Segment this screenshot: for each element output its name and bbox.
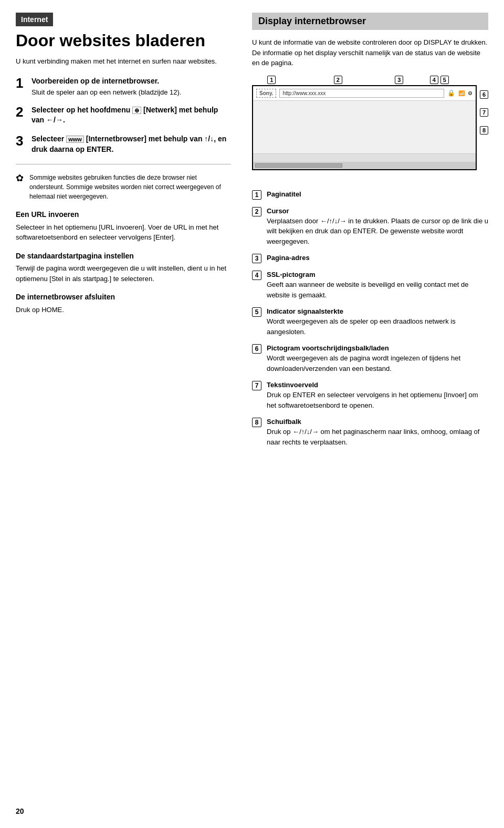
- page-number: 20: [16, 807, 24, 815]
- main-title: Door websites bladeren: [16, 32, 231, 50]
- step-1-number: 1: [16, 76, 27, 90]
- subsection-startpage-title: De standaardstartpagina instellen: [16, 251, 231, 262]
- desc-title-8: Schuifbalk: [267, 418, 488, 426]
- step-1-desc: Sluit de speler aan op een netwerk (blad…: [32, 87, 231, 98]
- diagram-num-8: 8: [480, 126, 488, 134]
- desc-content-3: Pagina-adres: [267, 254, 488, 263]
- browser-content-area: [253, 101, 476, 153]
- desc-item-7: 7 Tekstinvoerveld Druk op ENTER en selec…: [252, 381, 488, 410]
- step-3-title: Selecteer www [Internetbrowser] met behu…: [32, 134, 231, 154]
- diagram-num-1: 1: [267, 76, 276, 84]
- diagram-side-nums: 6 7 8: [480, 76, 488, 134]
- tip-box: ✿ Sommige websites gebruiken functies di…: [16, 173, 231, 201]
- signal-icon: 📶: [458, 90, 465, 96]
- subsection-url-title: Een URL invoeren: [16, 210, 231, 220]
- step-3-number: 3: [16, 134, 27, 148]
- desc-item-1: 1 Paginatitel: [252, 190, 488, 200]
- desc-item-4: 4 SSL-pictogram Geeft aan wanneer de web…: [252, 271, 488, 300]
- diagram-num-5: 5: [440, 76, 449, 84]
- desc-content-6: Pictogram voortschrijdingsbalk/laden Wor…: [267, 344, 488, 374]
- extra-icon: ⚙: [468, 90, 472, 96]
- subsection-url: Een URL invoeren Selecteer in het optiem…: [16, 210, 231, 243]
- left-column: Internet Door websites bladeren U kunt v…: [16, 13, 236, 815]
- desc-content-4: SSL-pictogram Geeft aan wanneer de websi…: [267, 271, 488, 300]
- diagram-num-6: 6: [480, 90, 488, 99]
- diagram-num-2: 2: [334, 76, 342, 84]
- desc-text-6: Wordt weergegeven als de pagina wordt in…: [267, 353, 488, 374]
- step-1-content: Voorbereiden op de internetbrowser. Slui…: [32, 76, 231, 98]
- desc-text-2: Verplaatsen door ←/↑/↓/→ in te drukken. …: [267, 216, 488, 247]
- desc-item-6: 6 Pictogram voortschrijdingsbalk/laden W…: [252, 344, 488, 374]
- subsection-url-text: Selecteer in het optiemenu [URL invoeren…: [16, 222, 231, 243]
- desc-num-7: 7: [252, 381, 261, 390]
- desc-title-2: Cursor: [267, 207, 488, 215]
- desc-text-5: Wordt weergegeven als de speler op een d…: [267, 316, 488, 337]
- desc-num-5: 5: [252, 307, 261, 317]
- step-2: 2 Selecteer op het hoofdmenu ⊕ [Netwerk]…: [16, 105, 231, 127]
- step-2-content: Selecteer op het hoofdmenu ⊕ [Netwerk] m…: [32, 105, 231, 127]
- desc-num-6: 6: [252, 344, 261, 354]
- desc-num-8: 8: [252, 418, 261, 427]
- browser-diagram-wrapper: 1 2 3 4 5 Sony. http://www.xxx.xxx 🔒: [252, 76, 488, 181]
- desc-content-5: Indicator signaalsterkte Wordt weergegev…: [267, 307, 488, 337]
- desc-content-7: Tekstinvoerveld Druk op ENTER en selecte…: [267, 381, 488, 410]
- internet-label: Internet: [16, 13, 53, 26]
- step-1: 1 Voorbereiden op de internetbrowser. Sl…: [16, 76, 231, 98]
- step-2-number: 2: [16, 105, 27, 119]
- desc-item-2: 2 Cursor Verplaatsen door ←/↑/↓/→ in te …: [252, 207, 488, 247]
- desc-title-4: SSL-pictogram: [267, 271, 488, 278]
- subsection-startpage: De standaardstartpagina instellen Terwij…: [16, 251, 231, 284]
- browser-text-input-bar: [253, 153, 476, 162]
- lock-icon: 🔒: [447, 89, 455, 97]
- desc-title-3: Pagina-adres: [267, 254, 488, 262]
- desc-title-7: Tekstinvoerveld: [267, 381, 488, 389]
- desc-content-2: Cursor Verplaatsen door ←/↑/↓/→ in te dr…: [267, 207, 488, 247]
- right-column: Display internetbrowser U kunt de inform…: [252, 13, 488, 815]
- desc-num-1: 1: [252, 190, 261, 200]
- desc-title-6: Pictogram voortschrijdingsbalk/laden: [267, 344, 488, 352]
- desc-content-1: Paginatitel: [267, 190, 488, 199]
- divider: [16, 164, 231, 164]
- browser-scrollbar-area: [253, 162, 476, 169]
- desc-text-7: Druk op ENTER en selecteer vervolgens in…: [267, 390, 488, 410]
- diagram-num-7: 7: [480, 108, 488, 117]
- step-3: 3 Selecteer www [Internetbrowser] met be…: [16, 134, 231, 156]
- tip-text: Sommige websites gebruiken functies die …: [29, 173, 231, 201]
- desc-item-8: 8 Schuifbalk Druk op ←/↑/↓/→ om het pagi…: [252, 418, 488, 447]
- desc-item-3: 3 Pagina-adres: [252, 254, 488, 263]
- browser-frame: Sony. http://www.xxx.xxx 🔒 📶 ⚙: [252, 85, 477, 170]
- desc-title-1: Paginatitel: [267, 190, 488, 198]
- step-2-title: Selecteer op het hoofdmenu ⊕ [Netwerk] m…: [32, 105, 231, 126]
- desc-num-4: 4: [252, 271, 261, 280]
- step-3-content: Selecteer www [Internetbrowser] met behu…: [32, 134, 231, 156]
- diagram-num-3: 3: [395, 76, 403, 84]
- desc-text-4: Geeft aan wanneer de website is beveilig…: [267, 280, 488, 300]
- desc-num-3: 3: [252, 254, 261, 263]
- desc-title-5: Indicator signaalsterkte: [267, 307, 488, 315]
- display-intro: U kunt de informatie van de website cont…: [252, 37, 488, 68]
- diagram-num-4: 4: [430, 76, 438, 84]
- browser-logo: Sony.: [256, 89, 276, 98]
- display-title: Display internetbrowser: [252, 13, 488, 30]
- desc-item-5: 5 Indicator signaalsterkte Wordt weergeg…: [252, 307, 488, 337]
- desc-text-8: Druk op ←/↑/↓/→ om het paginascherm naar…: [267, 427, 488, 447]
- intro-text: U kunt verbinding maken met het internet…: [16, 56, 231, 67]
- desc-content-8: Schuifbalk Druk op ←/↑/↓/→ om het pagina…: [267, 418, 488, 447]
- browser-url: http://www.xxx.xxx: [279, 89, 444, 98]
- step-1-title: Voorbereiden op de internetbrowser.: [32, 76, 231, 87]
- subsection-close-text: Druk op HOME.: [16, 305, 231, 315]
- tip-icon: ✿: [16, 173, 25, 201]
- subsection-close: De internetbrowser afsluiten Druk op HOM…: [16, 292, 231, 315]
- subsection-startpage-text: Terwijl de pagina wordt weergegeven die …: [16, 263, 231, 284]
- subsection-close-title: De internetbrowser afsluiten: [16, 292, 231, 303]
- desc-num-2: 2: [252, 207, 261, 216]
